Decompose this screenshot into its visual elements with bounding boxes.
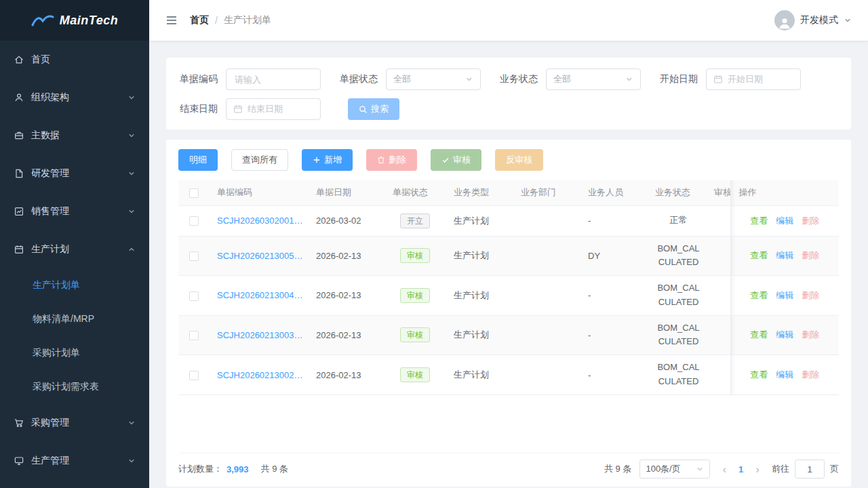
main-area: 首页 / 生产计划单 开发模式 单据编码 单据 <box>149 0 868 488</box>
document-icon <box>14 168 24 179</box>
delete-link[interactable]: 删除 <box>802 290 819 300</box>
biz-status-cell: BOM_CALCULATED <box>647 355 710 395</box>
sidebar-item-rnd[interactable]: 研发管理 <box>0 155 149 192</box>
edit-link[interactable]: 编辑 <box>776 329 793 340</box>
sidebar-item-production-plan[interactable]: 生产计划 <box>0 230 149 268</box>
header-doc-date: 单据日期 <box>308 180 384 205</box>
doc-status-select[interactable]: 全部 <box>386 68 481 90</box>
page-size-select[interactable]: 100条/页 <box>639 460 710 479</box>
table-row: SCJH20260213005… 2026-02-13 审核 生产计划 DY B… <box>178 236 839 276</box>
start-date-input[interactable]: 开始日期 <box>706 68 801 90</box>
header-audit: 审核 <box>710 180 730 205</box>
biz-person-cell: - <box>580 315 647 355</box>
doc-date-cell: 2026-02-13 <box>308 355 384 395</box>
calendar-icon <box>233 104 243 114</box>
edit-link[interactable]: 编辑 <box>776 250 793 260</box>
sidebar-item-label: 研发管理 <box>31 167 69 180</box>
row-checkbox[interactable] <box>189 251 199 261</box>
delete-link[interactable]: 删除 <box>802 216 819 226</box>
sidebar-subitem-label: 采购计划单 <box>33 347 80 359</box>
audit-button[interactable]: 审核 <box>431 149 481 171</box>
sidebar-item-label: 生产计划 <box>31 243 69 256</box>
page-unit-label: 页 <box>830 463 839 475</box>
add-button[interactable]: 新增 <box>302 149 353 171</box>
delete-link[interactable]: 删除 <box>802 250 819 260</box>
view-link[interactable]: 查看 <box>750 216 768 226</box>
row-checkbox[interactable] <box>189 291 199 301</box>
sidebar-item-label: 组织架构 <box>31 92 69 104</box>
hamburger-menu-icon[interactable] <box>165 14 178 26</box>
view-link[interactable]: 查看 <box>750 290 768 300</box>
row-checkbox[interactable] <box>189 371 199 380</box>
header-doc-status: 单据状态 <box>384 180 446 205</box>
search-button[interactable]: 搜索 <box>348 98 399 120</box>
user-mode-label: 开发模式 <box>800 14 838 26</box>
doc-date-cell: 2026-02-13 <box>308 236 384 276</box>
biz-status-cell: BOM_CALCULATED <box>647 236 710 276</box>
sidebar-item-manufacturing[interactable]: 生产管理 <box>0 442 149 480</box>
doc-status-label: 单据状态 <box>340 73 378 85</box>
edit-link[interactable]: 编辑 <box>776 216 793 226</box>
doc-code-link[interactable]: SCJH20260213004… <box>217 290 302 300</box>
doc-code-input[interactable] <box>226 68 321 90</box>
doc-code-link[interactable]: SCJH20260213003… <box>217 330 302 340</box>
biz-person-cell: - <box>580 276 647 316</box>
doc-code-link[interactable]: SCJH20260302001… <box>217 216 302 226</box>
table-row: SCJH20260213002… 2026-02-13 审核 生产计划 - BO… <box>178 355 839 395</box>
pager: 共 9 条 100条/页 ‹ 1 › 前往 <box>604 460 839 479</box>
row-checkbox[interactable] <box>189 331 199 340</box>
goto-page-input[interactable] <box>795 460 825 479</box>
sidebar-item-purchase-plan-order[interactable]: 采购计划单 <box>0 336 149 370</box>
sidebar-item-production-plan-order[interactable]: 生产计划单 <box>0 268 149 302</box>
doc-code-link[interactable]: SCJH20260213002… <box>217 370 302 380</box>
delete-link[interactable]: 删除 <box>802 329 819 340</box>
sidebar-item-org[interactable]: 组织架构 <box>0 79 149 117</box>
data-table: 单据编码 单据日期 单据状态 业务类型 业务部门 业务人员 业务状态 审核 操作 <box>178 180 839 453</box>
biz-status-label: 业务状态 <box>500 73 538 85</box>
sidebar-item-purchasing[interactable]: 采购管理 <box>0 404 149 442</box>
end-date-input[interactable]: 结束日期 <box>226 98 321 120</box>
sidebar-item-masterdata[interactable]: 主数据 <box>0 117 149 155</box>
sidebar-item-sales[interactable]: 销售管理 <box>0 192 149 230</box>
doc-status-tag: 审核 <box>400 288 430 303</box>
field-end-date: 结束日期 结束日期 <box>180 98 321 120</box>
sidebar-item-label: 生产管理 <box>31 455 69 467</box>
detail-button[interactable]: 明细 <box>178 149 218 171</box>
unaudit-button[interactable]: 反审核 <box>495 149 543 171</box>
user-menu[interactable]: 开发模式 <box>774 10 852 30</box>
start-date-placeholder: 开始日期 <box>728 73 763 85</box>
delete-button[interactable]: 删除 <box>366 149 417 171</box>
edit-link[interactable]: 编辑 <box>776 369 793 380</box>
view-link[interactable]: 查看 <box>750 329 768 340</box>
header-biz-person: 业务人员 <box>580 180 647 205</box>
home-icon <box>14 54 24 65</box>
filter-row-2: 结束日期 结束日期 搜索 <box>180 98 837 120</box>
prev-page-button[interactable]: ‹ <box>718 464 730 475</box>
table-row: SCJH20260213003… 2026-02-13 审核 生产计划 - BO… <box>178 315 839 355</box>
header-actions: 操作 <box>730 180 839 205</box>
brand-logo: MainTech <box>0 0 149 41</box>
row-checkbox[interactable] <box>189 216 199 226</box>
sidebar-item-bom-mrp[interactable]: 物料清单/MRP <box>0 302 149 336</box>
sidebar-item-home[interactable]: 首页 <box>0 41 149 79</box>
delete-link[interactable]: 删除 <box>802 369 819 380</box>
doc-code-link[interactable]: SCJH20260213005… <box>217 251 302 261</box>
next-page-button[interactable]: › <box>751 464 764 475</box>
select-all-checkbox[interactable] <box>189 188 199 198</box>
biz-dept-cell <box>513 205 580 236</box>
total-count-right: 共 9 条 <box>604 463 631 475</box>
doc-date-cell: 2026-02-13 <box>308 315 384 355</box>
search-icon <box>359 105 368 114</box>
biz-status-select[interactable]: 全部 <box>546 68 641 90</box>
sidebar-item-purchase-plan-demand[interactable]: 采购计划需求表 <box>0 370 149 404</box>
user-icon <box>777 16 792 30</box>
biz-type-cell: 生产计划 <box>446 205 513 236</box>
check-icon <box>441 156 450 164</box>
breadcrumb-home[interactable]: 首页 <box>190 14 209 26</box>
edit-link[interactable]: 编辑 <box>776 290 793 300</box>
query-all-button[interactable]: 查询所有 <box>231 149 288 171</box>
view-link[interactable]: 查看 <box>750 250 768 260</box>
sidebar-item-label: 销售管理 <box>31 205 69 218</box>
view-link[interactable]: 查看 <box>750 369 768 380</box>
current-page[interactable]: 1 <box>733 464 749 474</box>
